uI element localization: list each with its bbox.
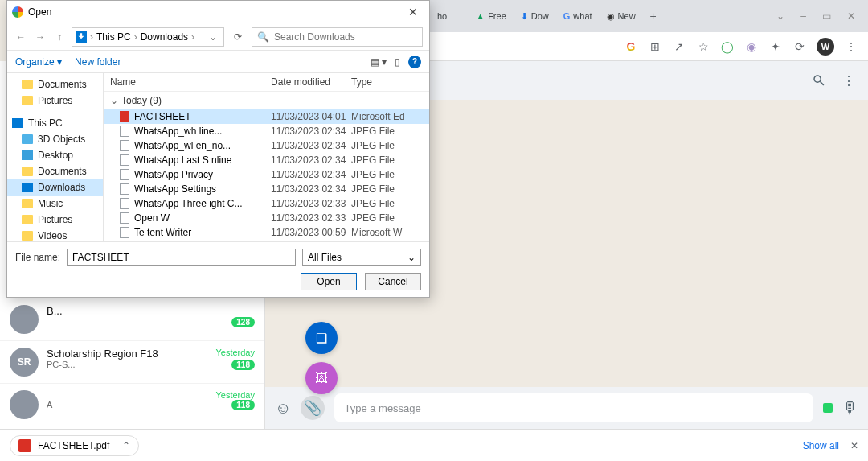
unread-badge: 128 xyxy=(231,317,255,327)
search-icon[interactable] xyxy=(812,73,826,88)
extension-icon[interactable]: ◉ xyxy=(744,39,759,54)
attach-icon[interactable]: 📎 xyxy=(301,396,325,420)
update-icon[interactable]: ⟳ xyxy=(792,39,807,54)
dialog-close-button[interactable]: ✕ xyxy=(402,6,424,19)
window-minimize-button[interactable]: – xyxy=(800,10,806,22)
nav-back-button[interactable]: ← xyxy=(14,31,28,43)
file-icon xyxy=(120,212,129,224)
file-icon xyxy=(120,111,129,122)
chevron-down-icon[interactable]: ⌄ xyxy=(776,10,784,22)
search-input[interactable]: 🔍 Search Downloads xyxy=(252,27,423,47)
chevron-up-icon[interactable]: ⌃ xyxy=(122,440,130,451)
chat-list-item[interactable]: B...128 xyxy=(0,298,264,341)
file-filter-select[interactable]: All Files⌄ xyxy=(302,249,421,266)
chat-list-item[interactable]: YesterdayA118 xyxy=(0,384,264,426)
file-row[interactable]: WhatsApp_wl en_no...11/03/2023 02:34JPEG… xyxy=(104,138,429,153)
nav-up-button[interactable]: ↑ xyxy=(52,31,67,43)
file-row[interactable]: Open W11/03/2023 02:33JPEG File xyxy=(104,211,429,225)
file-list-header[interactable]: Name Date modified Type xyxy=(104,73,429,92)
file-icon xyxy=(120,126,129,137)
compose-bar: ☺ 📎 Type a message 🎙 xyxy=(265,387,868,429)
browser-tab[interactable]: Gwhat xyxy=(557,8,599,24)
file-row[interactable]: WhatsApp Last S nline11/03/2023 02:34JPE… xyxy=(104,153,429,167)
file-row[interactable]: WhatsApp_wh line...11/03/2023 02:34JPEG … xyxy=(104,124,429,138)
file-row[interactable]: WhatsApp Privacy11/03/2023 02:34JPEG Fil… xyxy=(104,167,429,182)
send-indicator-icon xyxy=(823,403,833,413)
nav-forward-button[interactable]: → xyxy=(33,31,47,43)
filename-label: File name: xyxy=(15,252,60,263)
share-icon[interactable]: ↗ xyxy=(672,39,686,54)
file-icon xyxy=(120,140,129,151)
breadcrumb[interactable]: › This PC › Downloads › ⌄ xyxy=(72,27,224,47)
extension-icon[interactable]: ◯ xyxy=(720,39,735,54)
unread-badge: 118 xyxy=(231,400,255,410)
file-list: Name Date modified Type ⌄Today (9) FACTS… xyxy=(104,73,429,241)
tree-item-3dobjects[interactable]: 3D Objects xyxy=(7,131,103,147)
tree-item-desktop[interactable]: Desktop xyxy=(7,147,103,163)
avatar xyxy=(10,390,39,419)
tree-item-downloads[interactable]: Downloads xyxy=(7,179,103,196)
kebab-menu-icon[interactable]: ⋮ xyxy=(844,39,858,54)
file-group-today[interactable]: ⌄Today (9) xyxy=(104,92,429,109)
pdf-icon xyxy=(18,439,31,452)
profile-avatar[interactable]: W xyxy=(817,38,834,56)
window-close-button[interactable]: ✕ xyxy=(847,10,855,22)
organize-menu[interactable]: Organize ▾ xyxy=(15,56,62,68)
dialog-toolbar: Organize ▾ New folder ▤ ▾ ▯ ? xyxy=(7,51,429,73)
tree-item-documents[interactable]: Documents xyxy=(7,76,103,93)
emoji-icon[interactable]: ☺ xyxy=(275,399,291,418)
file-icon xyxy=(120,198,129,209)
close-shelf-button[interactable]: ✕ xyxy=(850,440,858,451)
install-icon[interactable]: ⊞ xyxy=(648,39,662,54)
browser-tab[interactable]: ▲Free xyxy=(469,8,513,24)
file-icon xyxy=(120,183,129,195)
extensions-puzzle-icon[interactable]: ✦ xyxy=(768,39,783,54)
show-all-button[interactable]: Show all xyxy=(803,440,839,451)
tree-item-videos[interactable]: Videos xyxy=(7,228,103,241)
dialog-navbar: ← → ↑ › This PC › Downloads › ⌄ ⟳ 🔍 Sear… xyxy=(7,23,429,51)
file-open-dialog: Open ✕ ← → ↑ › This PC › Downloads › ⌄ ⟳… xyxy=(6,0,430,298)
google-icon[interactable]: G xyxy=(624,39,638,54)
kebab-menu-icon[interactable]: ⋮ xyxy=(842,73,855,88)
attach-sticker-button[interactable]: ❑ xyxy=(305,322,338,354)
browser-tab[interactable]: ⬇Dow xyxy=(514,8,555,25)
file-row[interactable]: WhatsApp Three ight C...11/03/2023 02:33… xyxy=(104,196,429,211)
file-row[interactable]: FACTSHEET11/03/2023 04:01Microsoft Ed xyxy=(104,109,429,124)
filename-input[interactable] xyxy=(67,249,296,266)
tree-item-pictures[interactable]: Pictures xyxy=(7,93,103,109)
browser-toolbar: G ⊞ ↗ ☆ ◯ ◉ ✦ ⟳ W ⋮ xyxy=(426,32,868,61)
download-item[interactable]: FACTSHEET.pdf ⌃ xyxy=(10,435,139,456)
download-shelf: FACTSHEET.pdf ⌃ Show all ✕ xyxy=(0,429,868,461)
avatar xyxy=(10,305,39,334)
new-tab-button[interactable]: + xyxy=(644,6,663,26)
preview-pane-button[interactable]: ▯ xyxy=(395,56,400,68)
chat-list-item[interactable]: SR Scholarship Region F18YesterdayPC-S..… xyxy=(0,341,264,384)
tree-item-thispc[interactable]: This PC xyxy=(7,115,103,131)
dialog-title: Open xyxy=(28,6,51,18)
bookmark-star-icon[interactable]: ☆ xyxy=(696,39,710,54)
tree-item-music[interactable]: Music xyxy=(7,196,103,212)
cancel-button[interactable]: Cancel xyxy=(365,273,421,290)
open-button[interactable]: Open xyxy=(301,273,357,290)
attach-image-button[interactable]: 🖼 xyxy=(305,362,338,394)
dialog-titlebar[interactable]: Open ✕ xyxy=(7,1,429,23)
refresh-button[interactable]: ⟳ xyxy=(229,31,247,43)
help-icon[interactable]: ? xyxy=(408,56,421,68)
browser-tab[interactable] xyxy=(455,13,468,19)
window-restore-button[interactable]: ▭ xyxy=(822,10,831,22)
message-input[interactable]: Type a message xyxy=(334,393,813,422)
tree-item-pictures2[interactable]: Pictures xyxy=(7,212,103,228)
view-options-button[interactable]: ▤ ▾ xyxy=(371,56,387,68)
tree-item-documents2[interactable]: Documents xyxy=(7,163,103,179)
new-folder-button[interactable]: New folder xyxy=(75,56,121,68)
browser-tab[interactable]: ◉New xyxy=(600,8,642,25)
chevron-down-icon: ⌄ xyxy=(110,95,118,106)
mic-icon[interactable]: 🎙 xyxy=(842,399,858,418)
browser-tabstrip[interactable]: ho ▲Free ⬇Dow Gwhat ◉New + ⌄ – ▭ ✕ xyxy=(426,0,868,32)
file-row[interactable]: Te tent Writer11/03/2023 00:59Microsoft … xyxy=(104,225,429,240)
dialog-footer: File name: All Files⌄ Open Cancel xyxy=(7,241,429,297)
folder-tree[interactable]: Documents Pictures This PC 3D Objects De… xyxy=(7,73,104,241)
browser-tab[interactable]: ho xyxy=(431,8,453,24)
file-row[interactable]: WhatsApp Settings11/03/2023 02:34JPEG Fi… xyxy=(104,182,429,196)
chevron-down-icon[interactable]: ⌄ xyxy=(206,31,220,43)
